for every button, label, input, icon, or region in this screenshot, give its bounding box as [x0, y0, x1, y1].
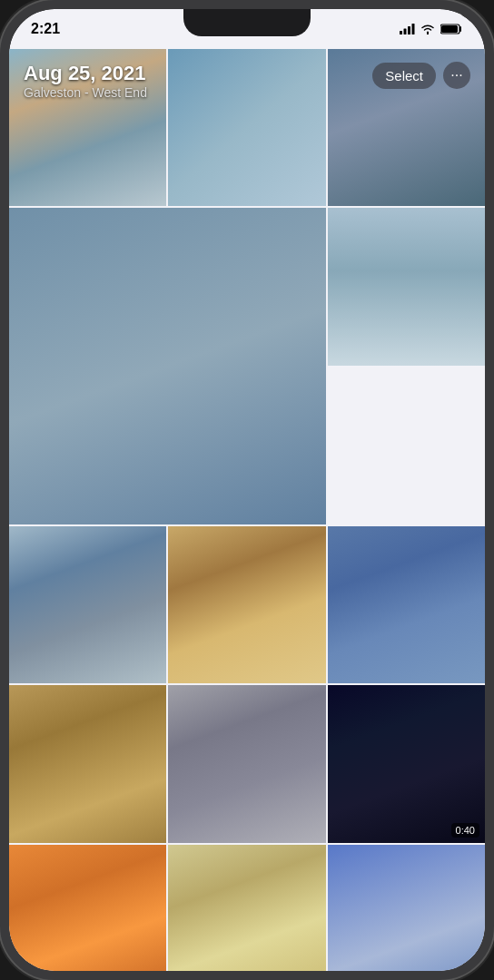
photo-cell-9[interactable] [328, 526, 485, 683]
phone-frame: 2:21 [0, 0, 494, 980]
photo-cell-7[interactable] [9, 526, 166, 683]
photos-header: Aug 25, 2021 Galveston - West End Select… [9, 54, 485, 107]
header-date-info: Aug 25, 2021 Galveston - West End [24, 62, 147, 100]
vol-down-button[interactable] [0, 290, 2, 354]
photo-cell-15[interactable] [328, 845, 485, 971]
header-actions: Select ··· [372, 62, 470, 89]
vol-up-button[interactable] [0, 209, 2, 272]
photo-cell-5[interactable] [328, 208, 485, 365]
photo-cell-8[interactable] [168, 526, 325, 683]
status-time: 2:21 [31, 21, 60, 37]
header-location: Galveston - West End [24, 85, 147, 100]
svg-rect-2 [408, 26, 410, 34]
signal-icon [400, 24, 415, 34]
more-button[interactable]: ··· [443, 62, 470, 89]
photo-cell-14[interactable] [168, 845, 325, 971]
photo-cell-11[interactable] [168, 685, 325, 842]
photo-grid: 0:40 [9, 49, 485, 971]
photo-cell-13[interactable] [9, 845, 166, 971]
photo-cell-10[interactable] [9, 685, 166, 842]
svg-rect-5 [441, 25, 458, 33]
header-date: Aug 25, 2021 [24, 62, 147, 85]
notch [183, 9, 311, 36]
svg-rect-1 [404, 29, 407, 35]
photo-cell-4[interactable] [9, 208, 326, 524]
battery-icon [440, 24, 463, 34]
status-icons [400, 24, 463, 34]
video-badge: 0:40 [451, 823, 479, 838]
screen: 2:21 [9, 9, 485, 971]
select-button[interactable]: Select [372, 63, 436, 89]
photo-cell-12[interactable]: 0:40 [328, 685, 485, 842]
svg-rect-0 [400, 31, 402, 34]
svg-rect-3 [412, 24, 415, 34]
wifi-icon [420, 24, 435, 34]
